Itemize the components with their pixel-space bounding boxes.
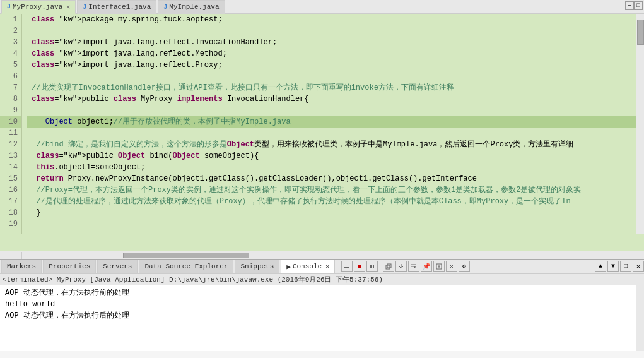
tab-properties[interactable]: Properties <box>43 260 96 273</box>
tab-snippets-label: Snippets <box>240 263 274 270</box>
h-scrollbar-track[interactable] <box>22 252 636 259</box>
console-text: AOP 动态代理，在方法执行前的处理hello worldAOP 动态代理，在方… <box>0 285 636 351</box>
horizontal-scrollbar[interactable] <box>0 251 644 259</box>
vertical-scrollbar[interactable] <box>636 14 644 234</box>
close-tab-myproxy[interactable]: ✕ <box>66 3 70 11</box>
tab-console[interactable]: ▶ Console ✕ <box>281 260 335 273</box>
java-file-icon-3: J <box>163 4 167 11</box>
svg-rect-6 <box>386 265 390 269</box>
code-line-4: class="kw">import java.lang.reflect.Meth… <box>27 48 636 59</box>
console-scrollbar[interactable] <box>636 285 644 351</box>
tab-properties-label: Properties <box>49 263 90 270</box>
tab-myimple[interactable]: J MyImple.java <box>158 0 225 14</box>
console-toolbar: 📌 ⚙ ▲ ▼ □ ✕ <box>341 261 644 272</box>
code-line-3: class="kw">import java.lang.reflect.Invo… <box>27 37 636 48</box>
clear-console-button[interactable] <box>341 261 353 272</box>
tab-label-myproxy: MyProxy.java <box>13 3 62 11</box>
minimize-panel-button[interactable]: ▼ <box>607 261 619 272</box>
word-wrap-button[interactable] <box>408 261 419 272</box>
tab-label-myimple: MyImple.java <box>169 3 219 11</box>
console-output-line: hello world <box>5 299 631 310</box>
code-content[interactable]: class="kw">package my.spring.fuck.aoptes… <box>22 14 636 234</box>
svg-rect-5 <box>373 265 374 268</box>
svg-rect-0 <box>344 266 349 266</box>
code-line-6 <box>27 71 636 82</box>
svg-rect-3 <box>358 265 361 268</box>
console-status-text: <terminated> MyProxy [Java Application] … <box>3 276 383 283</box>
panel-controls: ▲ ▼ □ ✕ <box>595 261 644 272</box>
editor-tab-bar: J MyProxy.java ✕ J Interface1.java J MyI… <box>0 0 644 14</box>
h-scrollbar-thumb[interactable] <box>123 253 249 258</box>
svg-rect-2 <box>344 265 349 265</box>
ide-window: J MyProxy.java ✕ J Interface1.java J MyI… <box>0 0 644 351</box>
console-status: <terminated> MyProxy [Java Application] … <box>0 273 644 285</box>
close-console-button[interactable] <box>446 261 457 272</box>
minimize-button[interactable]: — <box>625 1 634 10</box>
code-line-2 <box>27 25 636 37</box>
code-editor: 12345678910111213141516171819 class="kw"… <box>0 14 644 251</box>
code-line-1: class="kw">package my.spring.fuck.aoptes… <box>27 14 636 25</box>
code-line-17: //是代理的处理程序，通过此方法来获取对象的代理（Proxy），代理中存储了执行… <box>27 196 636 207</box>
svg-rect-4 <box>370 265 372 268</box>
java-file-icon: J <box>7 3 11 10</box>
tab-markers-label: Markers <box>7 263 36 270</box>
code-line-14: this.object1=someObject; <box>27 162 636 173</box>
console-output-line: AOP 动态代理，在方法执行前的处理 <box>5 287 631 299</box>
code-line-9 <box>27 105 636 116</box>
tab-datasource-label: Data Source Explorer <box>144 263 228 270</box>
separator-1 <box>379 261 382 272</box>
code-line-16: //Proxy=代理，本方法返回一个Proxy类的实例，通过对这个实例操作，即可… <box>27 184 636 196</box>
bottom-panel: Markers Properties Servers Data Source E… <box>0 259 644 351</box>
tab-datasource[interactable]: Data Source Explorer <box>139 260 233 273</box>
settings-button[interactable]: ⚙ <box>459 261 470 272</box>
code-line-7: //此类实现了InvocationHandler接口，通过API查看，此接口只有… <box>27 82 636 93</box>
stop-button[interactable] <box>354 261 365 272</box>
maximize-panel-button[interactable]: □ <box>620 261 631 272</box>
tab-servers[interactable]: Servers <box>97 260 138 273</box>
tab-spacer: — □ <box>226 0 644 14</box>
close-console-tab[interactable]: ✕ <box>325 263 329 270</box>
pin-button[interactable]: 📌 <box>421 261 432 272</box>
tab-markers[interactable]: Markers <box>1 260 42 273</box>
tab-snippets[interactable]: Snippets <box>235 260 279 273</box>
svg-rect-1 <box>344 267 349 268</box>
code-line-5: class="kw">import java.lang.reflect.Prox… <box>27 59 636 71</box>
code-line-11 <box>27 128 636 139</box>
java-file-icon-2: J <box>83 4 86 11</box>
close-panel-button[interactable]: ✕ <box>633 261 644 272</box>
bottom-tab-bar: Markers Properties Servers Data Source E… <box>0 260 644 273</box>
copy-button[interactable] <box>383 261 394 272</box>
tab-servers-label: Servers <box>103 263 132 270</box>
new-console-button[interactable] <box>433 261 445 272</box>
code-line-18: } <box>27 207 636 218</box>
code-line-19 <box>27 218 636 230</box>
tab-interface1[interactable]: J Interface1.java <box>77 0 156 14</box>
tab-label-interface1: Interface1.java <box>88 3 151 11</box>
console-icon: ▶ <box>286 263 291 271</box>
maximize-button[interactable]: □ <box>634 1 643 10</box>
tab-myproxy[interactable]: J MyProxy.java ✕ <box>1 0 76 14</box>
scroll-lock-button[interactable] <box>395 261 407 272</box>
scrollbar-thumb[interactable] <box>637 20 644 45</box>
code-line-8: class="kw">public class MyProxy implemen… <box>27 93 636 105</box>
console-output-line: AOP 动态代理，在方法执行后的处理 <box>5 310 631 321</box>
pause-button[interactable] <box>366 261 378 272</box>
svg-rect-7 <box>387 264 391 268</box>
console-output: AOP 动态代理，在方法执行前的处理hello worldAOP 动态代理，在方… <box>0 285 644 351</box>
code-line-10: Object object1;//用于存放被代理的类，本例子中指MyImple.… <box>27 116 636 128</box>
expand-panel-button[interactable]: ▲ <box>595 261 606 272</box>
line-numbers: 12345678910111213141516171819 <box>0 14 22 234</box>
code-line-12: //bind=绑定，是我们自定义的方法，这个方法的形参是Object类型，用来接… <box>27 139 636 150</box>
tab-console-label: Console <box>293 263 322 270</box>
code-line-13: class="kw">public Object bind(Object som… <box>27 150 636 162</box>
code-line-15: return Proxy.newProxyInstance(object1.ge… <box>27 173 636 184</box>
